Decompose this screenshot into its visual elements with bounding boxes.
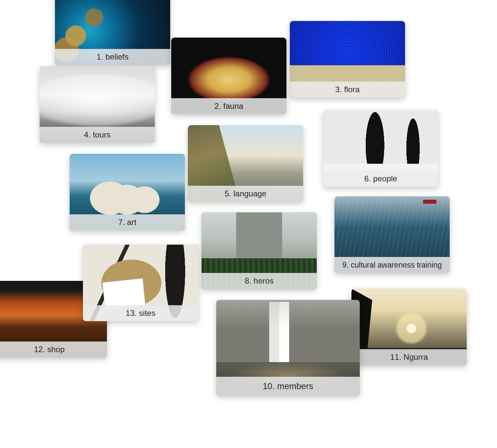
card-caption: 9. cultural awareness training <box>334 257 450 273</box>
card-caption: 2. fauna <box>171 98 286 114</box>
card-flora[interactable]: 3. flora <box>290 21 405 98</box>
card-caption: 6. people <box>323 171 438 187</box>
card-members[interactable]: 10. members <box>216 300 360 395</box>
card-tours[interactable]: 4. tours <box>40 66 155 143</box>
card-heros[interactable]: 8. heros <box>202 212 317 289</box>
card-language[interactable]: 5. language <box>188 125 303 202</box>
card-beliefs[interactable]: 1. beliefs <box>55 0 170 65</box>
card-collage: 1. beliefs 3. flora 4. tours 2. fauna 6.… <box>0 0 497 448</box>
card-caption: 5. language <box>188 186 303 202</box>
card-art[interactable]: 7. art <box>70 154 185 230</box>
card-fauna[interactable]: 2. fauna <box>171 38 286 114</box>
card-caption: 7. art <box>70 214 185 230</box>
card-cultural-awareness-training[interactable]: 9. cultural awareness training <box>334 196 450 273</box>
card-caption: 8. heros <box>202 273 317 289</box>
card-sites[interactable]: 13. sites <box>83 245 198 321</box>
card-ngurra[interactable]: 11. Ngurra <box>351 289 467 365</box>
card-caption: 1. beliefs <box>55 49 170 65</box>
card-people[interactable]: 6. people <box>323 110 438 187</box>
card-caption: 4. tours <box>40 127 155 143</box>
card-caption: 13. sites <box>83 305 198 321</box>
card-caption: 12. shop <box>0 341 107 357</box>
card-caption: 3. flora <box>290 82 405 98</box>
card-caption: 11. Ngurra <box>351 349 467 365</box>
card-caption: 10. members <box>216 377 360 395</box>
